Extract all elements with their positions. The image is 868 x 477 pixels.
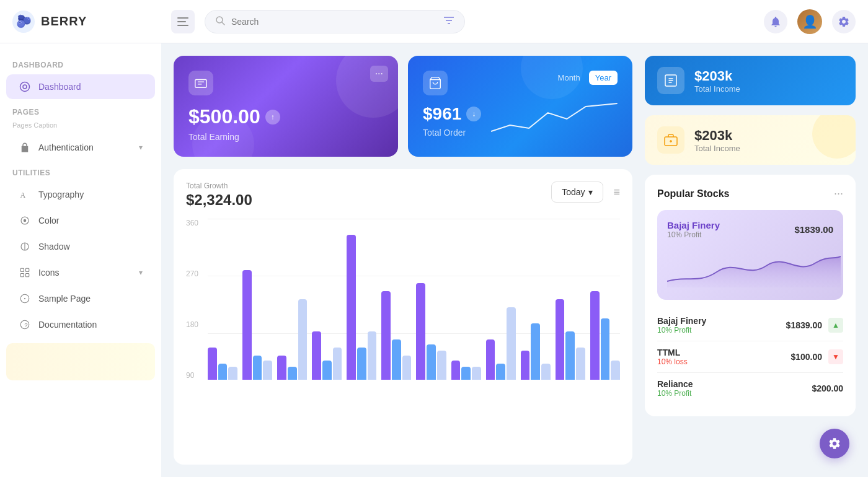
income-yellow-info: $203k Total Income [694,128,740,153]
header: 🫐 BERRY [0,0,868,43]
search-input[interactable] [231,17,437,27]
stocks-title: Popular Stocks [657,188,729,199]
stock-info-bajaj: Bajaj Finery 10% Profit [657,316,706,335]
typography-label: Typography [38,190,84,199]
sidebar-item-dashboard[interactable]: Dashboard [6,74,155,99]
sidebar-item-shadow[interactable]: Shadow [6,234,155,259]
sidebar-item-authentication[interactable]: Authentication ▾ [6,135,155,160]
bar [541,364,551,380]
chart-card: Total Growth $2,324.00 Today ▾ ≡ 360 [174,169,632,465]
svg-point-22 [24,298,25,299]
utilities-section-title: Utilities [0,161,161,181]
bar [611,361,620,380]
pages-caption: Pages Caption [0,120,161,134]
bar [333,348,342,380]
bar [437,351,446,380]
bar [228,367,237,380]
main-right: $203k Total Income $203k Total Income [645,56,856,465]
filter-icon[interactable] [443,15,454,28]
bar [486,339,495,380]
sidebar-item-color[interactable]: Color [6,208,155,233]
featured-stock-left: Bajaj Finery 10% Profit [667,220,720,239]
auth-label: Authentication [38,142,94,152]
bar-group-2 [242,219,272,380]
color-label: Color [38,216,59,225]
earning-trend-icon: ↑ [265,110,280,125]
earning-card-menu[interactable]: ··· [370,66,388,82]
bar [472,367,481,380]
bar [521,351,530,380]
bar [381,291,391,380]
svg-rect-20 [26,274,29,277]
stock-row-reliance: Reliance 10% Profit $200.00 [657,373,843,404]
stock-right-bajaj: $1839.00 ▲ [786,318,843,333]
sidebar-item-typography[interactable]: A Typography [6,182,155,207]
bar [218,364,228,380]
bar [461,367,471,380]
user-avatar[interactable]: 👤 [797,9,822,34]
stocks-header: Popular Stocks ··· [657,187,843,200]
bar [392,339,401,380]
bar-group-12 [590,219,620,380]
svg-line-6 [222,22,224,25]
earning-label: Total Earning [188,132,383,142]
search-bar [205,10,465,33]
bar [263,361,272,380]
bar [347,235,356,380]
today-button[interactable]: Today ▾ [551,182,603,203]
bar [565,331,575,380]
chart-y-axis: 360 270 180 90 [186,219,203,392]
stock-row-ttml: TTML 10% loss $100.00 ▼ [657,341,843,373]
income-blue-label: Total Income [694,84,740,94]
typography-icon: A [19,188,31,201]
logo-area: 🫐 BERRY [12,11,161,33]
chart-total-amount: $2,324.00 [186,191,252,209]
featured-stock-card: Bajaj Finery 10% Profit $1839.00 [657,210,843,300]
month-button[interactable]: Month [552,71,587,85]
auth-icon [19,141,31,154]
bar [507,307,516,380]
svg-rect-4 [177,25,188,26]
order-chart-area: $961 ↓ Total Order [423,100,618,138]
settings-button[interactable] [832,10,856,33]
earning-card: ··· $500.00 ↑ Total Earning [174,56,398,157]
stock-info-ttml: TTML 10% loss [657,348,688,366]
bar [402,356,412,380]
bar [368,331,377,380]
icons-icon [19,266,31,279]
logo-icon: 🫐 [12,11,35,33]
logo-text: BERRY [41,14,87,28]
bar [322,361,332,380]
stock-profit-bajaj: 10% Profit [657,326,706,335]
svg-text:🫐: 🫐 [16,14,32,28]
search-icon [215,15,225,28]
svg-text:A: A [20,191,26,199]
dashboard-icon [19,81,31,93]
main-left: ··· $500.00 ↑ Total Earning [174,56,632,465]
stock-profit-ttml: 10% loss [657,357,688,366]
notification-button[interactable] [764,10,787,33]
year-button[interactable]: Year [589,71,618,85]
income-blue-info: $203k Total Income [694,68,740,94]
fab-settings-button[interactable] [820,429,849,458]
bar-group-4 [312,219,342,380]
bar [427,344,436,380]
bar [451,361,461,380]
svg-rect-17 [20,268,24,271]
sidebar-item-icons[interactable]: Icons ▾ [6,260,155,285]
popular-stocks-card: Popular Stocks ··· Bajaj Finery 10% Prof… [645,175,856,416]
sidebar-item-documentation[interactable]: ? Documentation [6,312,155,337]
chart-title-area: Total Growth $2,324.00 [186,182,252,209]
layout: Dashboard Dashboard Pages Pages Caption … [0,43,868,477]
auth-chevron: ▾ [139,143,143,152]
stock-right-ttml: $100.00 ▼ [790,349,843,364]
stock-name-reliance: Reliance [657,379,693,389]
bar-group-7 [416,219,446,380]
chart-menu-button[interactable]: ≡ [613,186,620,199]
sample-page-icon [19,292,31,305]
chart-area: 360 270 180 90 [186,219,620,392]
sidebar-item-sample-page[interactable]: Sample Page [6,286,155,311]
earning-card-icon [188,71,213,95]
menu-button[interactable] [171,10,195,33]
stocks-menu-button[interactable]: ··· [834,187,843,200]
